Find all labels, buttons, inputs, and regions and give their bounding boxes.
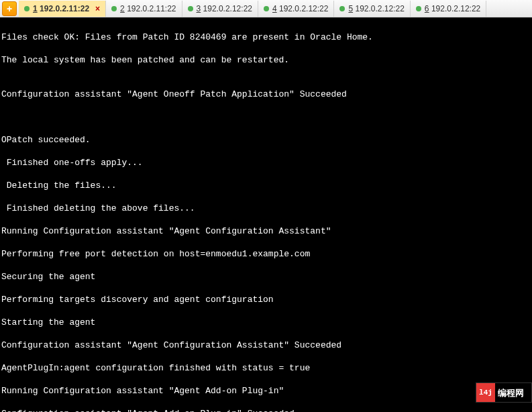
terminal-line: Performing targets discovery and agent c… <box>1 295 274 305</box>
terminal-line: Configuration assistant "Agent Add-on Pl… <box>1 409 295 412</box>
status-dot-icon <box>24 6 30 11</box>
tab-4[interactable]: 4 192.0.2.12:22 <box>258 1 334 17</box>
tab-label: 192.0.2.12:22 <box>203 4 252 13</box>
terminal-line: OPatch succeeded. <box>1 135 91 145</box>
watermark: l4j 编程网 <box>476 382 532 403</box>
status-dot-icon <box>264 6 269 11</box>
terminal-line: Performing free port detection on host=e… <box>1 249 310 259</box>
terminal-line: AgentPlugIn:agent configuration finished… <box>1 363 310 373</box>
terminal-line: Running Configuration assistant "Agent C… <box>1 226 331 236</box>
tab-number: 5 <box>348 4 353 13</box>
tab-number: 4 <box>272 4 277 13</box>
terminal-line: Deleting the files... <box>1 181 117 191</box>
terminal-line: Finished one-offs apply... <box>1 158 143 168</box>
terminal-output[interactable]: Files check OK: Files from Patch ID 8240… <box>0 17 532 412</box>
tab-number: 6 <box>425 4 429 13</box>
terminal-line: Configuration assistant "Agent Oneoff Pa… <box>1 89 347 99</box>
tab-2[interactable]: 2 192.0.2.11:22 <box>106 1 182 17</box>
watermark-logo-icon: l4j <box>476 383 495 402</box>
tab-label: 192.0.2.12:22 <box>431 4 480 13</box>
tab-label: 192.0.2.11:22 <box>40 4 89 13</box>
tab-1[interactable]: 1 192.0.2.11:22 × <box>19 1 106 17</box>
tab-number: 2 <box>120 4 125 13</box>
tab-number: 3 <box>197 4 201 13</box>
terminal-line: Files check OK: Files from Patch ID 8240… <box>1 32 373 42</box>
terminal-line: Starting the agent <box>1 317 95 327</box>
watermark-text: 编程网 <box>495 387 527 399</box>
plus-icon: + <box>7 3 12 14</box>
tab-label: 192.0.2.12:22 <box>355 4 404 13</box>
tab-label: 192.0.2.12:22 <box>279 4 328 13</box>
status-dot-icon <box>188 6 193 11</box>
new-tab-button[interactable]: + <box>2 1 17 16</box>
tab-number: 1 <box>33 4 38 13</box>
status-dot-icon <box>339 6 345 11</box>
tab-6[interactable]: 6 192.0.2.12:22 <box>411 1 486 17</box>
terminal-line: Configuration assistant "Agent Configura… <box>1 340 341 350</box>
status-dot-icon <box>416 6 421 11</box>
close-icon[interactable]: × <box>95 4 100 13</box>
tab-3[interactable]: 3 192.0.2.12:22 <box>182 1 258 17</box>
tab-label: 192.0.2.11:22 <box>127 4 176 13</box>
tab-5[interactable]: 5 192.0.2.12:22 <box>334 1 410 17</box>
terminal-line: Running Configuration assistant "Agent A… <box>1 386 284 396</box>
terminal-line: Securing the agent <box>1 272 95 282</box>
status-dot-icon <box>111 6 117 11</box>
tab-bar: + 1 192.0.2.11:22 × 2 192.0.2.11:22 3 19… <box>0 0 532 17</box>
terminal-line: The local system has been patched and ca… <box>1 55 289 65</box>
terminal-line: Finished deleting the above files... <box>1 203 195 213</box>
